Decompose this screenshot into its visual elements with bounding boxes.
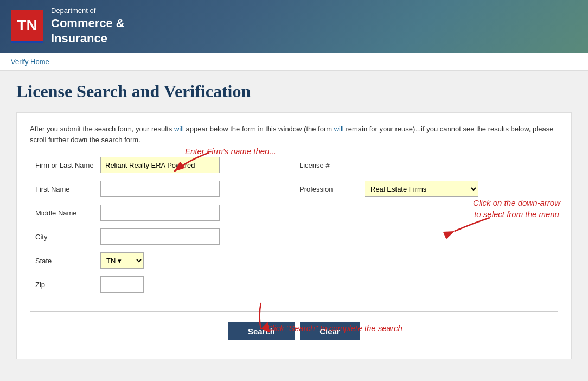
dept-main-line1: Commerce &: [51, 16, 125, 31]
city-row: City: [35, 228, 289, 245]
middle-name-label: Middle Name: [35, 209, 100, 217]
form-divider: [30, 311, 558, 312]
first-name-row: First Name: [35, 181, 289, 197]
city-input[interactable]: [100, 228, 220, 245]
profession-select[interactable]: Real Estate Firms Real Estate Agents Ins…: [365, 181, 478, 197]
middle-name-row: Middle Name: [35, 205, 289, 221]
form-left-column: Firm or Last Name First Name Middle Name…: [30, 157, 294, 300]
search-button[interactable]: Search: [228, 322, 295, 340]
page-header: TN Department of Commerce & Insurance: [0, 0, 588, 53]
form-grid: Firm or Last Name First Name Middle Name…: [30, 157, 558, 300]
first-name-input[interactable]: [100, 181, 220, 197]
license-input[interactable]: [365, 157, 478, 173]
city-label: City: [35, 233, 100, 241]
form-buttons: Search Clear: [30, 320, 558, 342]
zip-input[interactable]: [100, 276, 144, 293]
zip-label: Zip: [35, 281, 100, 289]
profession-label: Profession: [299, 185, 365, 193]
license-label: License #: [299, 161, 365, 169]
verify-home-link[interactable]: Verify Home: [11, 58, 49, 66]
zip-row: Zip: [35, 276, 289, 293]
department-name: Department of Commerce & Insurance: [51, 7, 125, 47]
state-label: State: [35, 257, 100, 265]
dept-main-line2: Insurance: [51, 31, 125, 47]
form-description: After you submit the search form, your r…: [30, 124, 558, 145]
form-card: After you submit the search form, your r…: [16, 112, 572, 359]
tn-logo: TN: [11, 10, 43, 43]
dept-top-line: Department of: [51, 7, 125, 16]
middle-name-input[interactable]: [100, 205, 220, 221]
firm-last-name-label: Firm or Last Name: [35, 161, 100, 169]
form-right-column: License # Profession Real Estate Firms R…: [294, 157, 558, 300]
clear-button[interactable]: Clear: [300, 322, 360, 340]
page-title: License Search and Verification: [16, 81, 572, 101]
license-row: License #: [299, 157, 553, 173]
firm-last-name-input[interactable]: [100, 157, 220, 173]
state-select[interactable]: TN ▾ AL GA KY: [100, 252, 144, 269]
annotation-firm: Enter Firm's name then...: [185, 147, 276, 156]
first-name-label: First Name: [35, 185, 100, 193]
firm-last-name-row: Firm or Last Name: [35, 157, 289, 173]
breadcrumb: Verify Home: [0, 53, 588, 71]
profession-row: Profession Real Estate Firms Real Estate…: [299, 181, 553, 197]
state-row: State TN ▾ AL GA KY: [35, 252, 289, 269]
main-content: License Search and Verification After yo…: [0, 71, 588, 381]
